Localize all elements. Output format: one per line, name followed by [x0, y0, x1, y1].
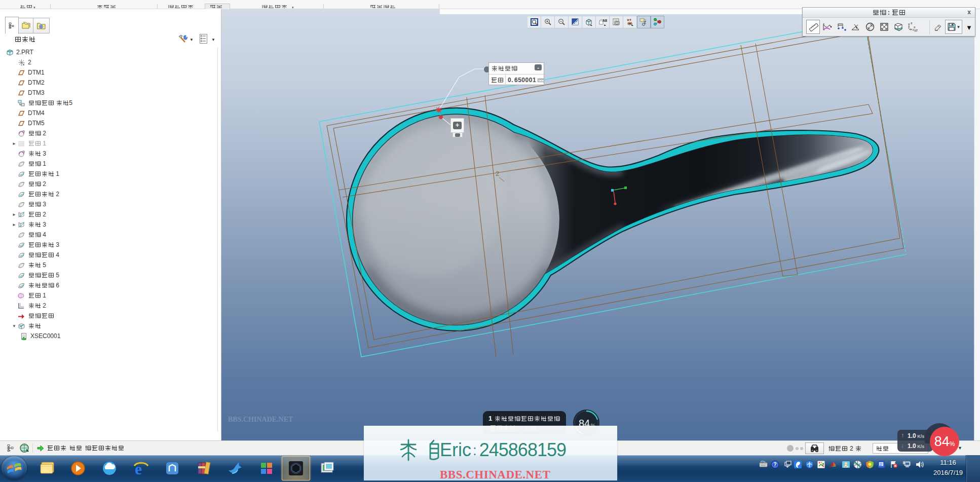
- svg-text:yz: yz: [914, 28, 918, 32]
- svg-text:?: ?: [774, 462, 777, 467]
- svg-text:2: 2: [496, 170, 499, 177]
- svg-text:x: x: [911, 22, 913, 25]
- svg-text:z: z: [908, 25, 910, 29]
- svg-text:AB: AB: [602, 19, 607, 22]
- svg-text:BBS.CHINADE.NET: BBS.CHINADE.NET: [228, 416, 293, 423]
